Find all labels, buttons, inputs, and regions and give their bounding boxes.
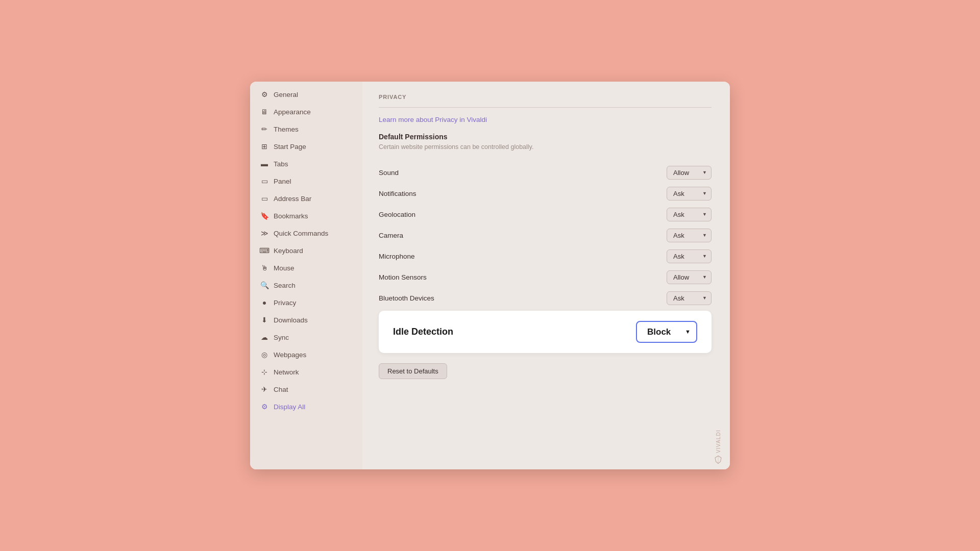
panel-icon: ▭ (260, 177, 268, 185)
permission-select-wrap-sound: AllowBlockAsk▼ (667, 166, 712, 180)
sidebar-label-downloads: Downloads (274, 316, 308, 324)
sidebar-item-appearance[interactable]: 🖥Appearance (250, 103, 362, 120)
sidebar-item-quick-commands[interactable]: ≫Quick Commands (250, 224, 362, 242)
address-bar-icon: ▭ (260, 194, 268, 203)
general-icon: ⚙ (260, 90, 268, 98)
sidebar-label-panel: Panel (274, 178, 291, 185)
sidebar-item-chat[interactable]: ✈Chat (250, 381, 362, 398)
permission-select-wrap-geolocation: AllowBlockAsk▼ (667, 208, 712, 221)
sidebar-item-keyboard[interactable]: ⌨Keyboard (250, 242, 362, 259)
permission-row-geolocation: GeolocationAllowBlockAsk▼ (379, 204, 712, 225)
sidebar-label-quick-commands: Quick Commands (274, 230, 328, 237)
display-all-icon: ⚙ (260, 403, 268, 411)
main-content: PRIVACY Learn more about Privacy in Viva… (362, 82, 730, 469)
permission-row-notifications: NotificationsAllowBlockAsk▼ (379, 183, 712, 204)
sidebar-label-general: General (274, 91, 298, 98)
permission-row-sound: SoundAllowBlockAsk▼ (379, 162, 712, 183)
sidebar-label-keyboard: Keyboard (274, 247, 303, 255)
permission-row-motion-sensors: Motion SensorsAllowBlockAsk▼ (379, 267, 712, 288)
sidebar-label-mouse: Mouse (274, 264, 295, 272)
permission-row-microphone: MicrophoneAllowBlockAsk▼ (379, 246, 712, 267)
vivaldi-watermark: VIVALDI (714, 430, 723, 464)
default-permissions-title: Default Permissions (379, 133, 712, 141)
sidebar-item-sync[interactable]: ☁Sync (250, 329, 362, 346)
permission-label-notifications: Notifications (379, 190, 416, 197)
sidebar-label-tabs: Tabs (274, 160, 288, 168)
vivaldi-logo-icon (714, 455, 723, 464)
permission-label-motion-sensors: Motion Sensors (379, 273, 427, 281)
permission-select-wrap-notifications: AllowBlockAsk▼ (667, 187, 712, 201)
privacy-learn-more-link[interactable]: Learn more about Privacy in Vivaldi (379, 116, 712, 123)
sidebar: ⚙General🖥Appearance✏Themes⊞Start Page▬Ta… (250, 82, 362, 469)
sync-icon: ☁ (260, 333, 268, 341)
sidebar-label-privacy: Privacy (274, 299, 296, 307)
sidebar-item-mouse[interactable]: 🖱Mouse (250, 259, 362, 277)
quick-commands-icon: ≫ (260, 229, 268, 237)
sidebar-item-display-all[interactable]: ⚙Display All (250, 398, 362, 415)
sidebar-item-webpages[interactable]: ◎Webpages (250, 346, 362, 363)
permission-select-motion-sensors[interactable]: AllowBlockAsk (667, 270, 712, 284)
sidebar-label-sync: Sync (274, 334, 289, 341)
permission-select-geolocation[interactable]: AllowBlockAsk (667, 208, 712, 221)
network-icon: ⊹ (260, 368, 268, 376)
permission-label-bluetooth-devices: Bluetooth Devices (379, 294, 434, 302)
idle-detection-card: Idle Detection Allow Block Ask ▼ (379, 311, 712, 353)
idle-detection-label: Idle Detection (393, 327, 453, 337)
permission-select-wrap-motion-sensors: AllowBlockAsk▼ (667, 270, 712, 284)
sidebar-item-bookmarks[interactable]: 🔖Bookmarks (250, 207, 362, 224)
sidebar-item-downloads[interactable]: ⬇Downloads (250, 311, 362, 329)
sidebar-label-themes: Themes (274, 126, 299, 133)
mouse-icon: 🖱 (260, 264, 268, 272)
idle-detection-select[interactable]: Allow Block Ask (636, 321, 697, 343)
sidebar-item-start-page[interactable]: ⊞Start Page (250, 138, 362, 155)
start-page-icon: ⊞ (260, 142, 268, 151)
bookmarks-icon: 🔖 (260, 212, 268, 220)
sidebar-label-webpages: Webpages (274, 351, 306, 359)
sidebar-item-tabs[interactable]: ▬Tabs (250, 155, 362, 172)
themes-icon: ✏ (260, 125, 268, 133)
browser-window: ⚙General🖥Appearance✏Themes⊞Start Page▬Ta… (250, 82, 730, 469)
downloads-icon: ⬇ (260, 316, 268, 324)
permission-label-microphone: Microphone (379, 253, 415, 260)
sidebar-item-privacy[interactable]: ●Privacy (250, 294, 362, 311)
privacy-icon: ● (260, 298, 268, 307)
permission-select-bluetooth-devices[interactable]: AllowBlockAsk (667, 291, 712, 305)
default-permissions-desc: Certain website permissions can be contr… (379, 143, 712, 152)
section-title: PRIVACY (379, 94, 712, 100)
search-icon: 🔍 (260, 281, 268, 289)
sidebar-label-display-all: Display All (274, 403, 305, 411)
sidebar-label-network: Network (274, 368, 299, 376)
permission-select-camera[interactable]: AllowBlockAsk (667, 229, 712, 242)
permission-row-bluetooth-devices: Bluetooth DevicesAllowBlockAsk▼ (379, 288, 712, 309)
webpages-icon: ◎ (260, 350, 268, 359)
permission-select-wrap-camera: AllowBlockAsk▼ (667, 229, 712, 242)
sidebar-item-network[interactable]: ⊹Network (250, 363, 362, 381)
permission-select-notifications[interactable]: AllowBlockAsk (667, 187, 712, 201)
sidebar-item-themes[interactable]: ✏Themes (250, 120, 362, 138)
keyboard-icon: ⌨ (260, 246, 268, 255)
sidebar-item-general[interactable]: ⚙General (250, 86, 362, 103)
permission-select-wrap-bluetooth-devices: AllowBlockAsk▼ (667, 291, 712, 305)
sidebar-label-chat: Chat (274, 386, 288, 393)
permission-label-sound: Sound (379, 169, 399, 177)
chat-icon: ✈ (260, 385, 268, 393)
sidebar-label-bookmarks: Bookmarks (274, 212, 308, 220)
sidebar-label-start-page: Start Page (274, 143, 306, 151)
permission-select-microphone[interactable]: AllowBlockAsk (667, 249, 712, 263)
permission-label-geolocation: Geolocation (379, 211, 415, 218)
sidebar-item-search[interactable]: 🔍Search (250, 277, 362, 294)
sidebar-label-appearance: Appearance (274, 108, 311, 116)
sidebar-item-address-bar[interactable]: ▭Address Bar (250, 190, 362, 207)
permission-rows: SoundAllowBlockAsk▼NotificationsAllowBlo… (379, 162, 712, 309)
sidebar-label-search: Search (274, 282, 296, 289)
tabs-icon: ▬ (260, 160, 268, 168)
permission-select-sound[interactable]: AllowBlockAsk (667, 166, 712, 180)
sidebar-item-panel[interactable]: ▭Panel (250, 172, 362, 190)
reset-defaults-button[interactable]: Reset to Defaults (379, 363, 447, 379)
appearance-icon: 🖥 (260, 108, 268, 116)
permission-row-camera: CameraAllowBlockAsk▼ (379, 225, 712, 246)
sidebar-label-address-bar: Address Bar (274, 195, 311, 203)
idle-detection-select-wrap: Allow Block Ask ▼ (636, 321, 697, 343)
vivaldi-text: VIVALDI (716, 430, 721, 453)
divider-top (379, 107, 712, 108)
